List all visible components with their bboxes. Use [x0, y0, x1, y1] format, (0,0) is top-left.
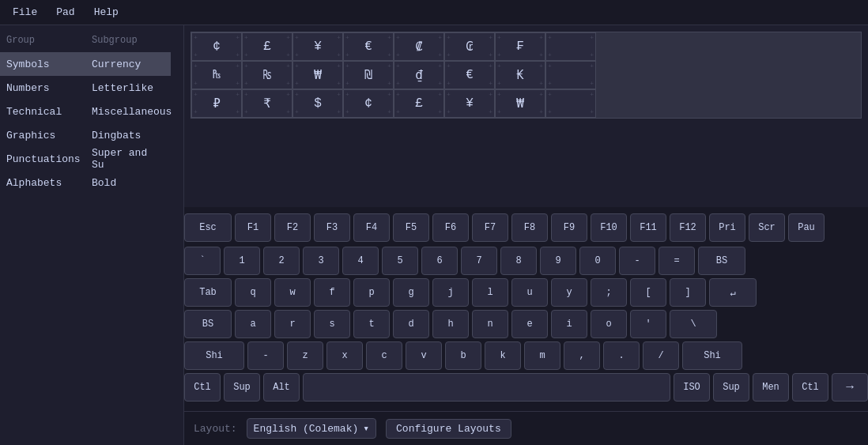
char-cell-0[interactable]: ++¢++ — [191, 32, 242, 61]
key-space[interactable] — [303, 373, 670, 402]
key-f8[interactable]: F8 — [511, 213, 548, 242]
sidebar-subitem-bold[interactable]: Bold — [85, 171, 171, 194]
key-x[interactable]: - — [247, 341, 284, 370]
key-t[interactable]: t — [353, 310, 390, 338]
sidebar-subitem-letterlike[interactable]: Letterlike — [85, 76, 171, 100]
key-8[interactable]: 8 — [500, 247, 537, 275]
key-x[interactable]: ; — [591, 278, 627, 307]
key-shi[interactable]: Shi — [682, 341, 742, 370]
key-l[interactable]: l — [472, 278, 508, 307]
key-1[interactable]: 1 — [224, 247, 260, 275]
key-p[interactable]: p — [353, 278, 390, 307]
right-arrow-key[interactable]: → — [832, 373, 868, 402]
key-9[interactable]: 9 — [540, 247, 576, 275]
char-cell-14[interactable]: ++₭++ — [495, 61, 545, 89]
key-m[interactable]: m — [524, 341, 560, 370]
key-z[interactable]: z — [287, 341, 323, 370]
key-x[interactable]: = — [659, 247, 695, 275]
key-ctl[interactable]: Ctl — [184, 373, 221, 402]
menu-help[interactable]: Help — [91, 5, 122, 20]
char-cell-3[interactable]: ++€++ — [343, 32, 394, 61]
key-x[interactable]: ↵ — [709, 278, 757, 307]
char-cell-5[interactable]: ++₢++ — [444, 32, 495, 61]
key-x[interactable]: \ — [670, 310, 717, 338]
key-7[interactable]: 7 — [461, 247, 497, 275]
key-x[interactable]: ` — [184, 247, 221, 275]
key-sup[interactable]: Sup — [713, 373, 749, 402]
sidebar-item-symbols[interactable]: Symbols — [0, 52, 85, 76]
sidebar-subitem-currency[interactable]: Currency — [85, 52, 171, 76]
char-cell-13[interactable]: ++€++ — [444, 61, 495, 89]
key-u[interactable]: u — [511, 278, 548, 307]
key-bs[interactable]: BS — [184, 310, 232, 338]
key-men[interactable]: Men — [753, 373, 789, 402]
char-cell-2[interactable]: ++¥++ — [292, 32, 343, 61]
key-c[interactable]: c — [366, 341, 402, 370]
char-cell-11[interactable]: ++₪++ — [343, 61, 394, 89]
char-cell-7[interactable]: ++++ — [545, 32, 596, 61]
key-alt[interactable]: Alt — [263, 373, 300, 402]
sidebar-item-punctuations[interactable]: Punctuations — [0, 147, 85, 171]
key-n[interactable]: n — [472, 310, 508, 338]
key-x[interactable]: ] — [670, 278, 706, 307]
key-j[interactable]: j — [432, 278, 469, 307]
key-scr[interactable]: Scr — [749, 213, 785, 242]
key-0[interactable]: 0 — [579, 247, 616, 275]
key-f5[interactable]: F5 — [393, 213, 429, 242]
key-5[interactable]: 5 — [382, 247, 418, 275]
key-g[interactable]: g — [393, 278, 429, 307]
sidebar-item-alphabets[interactable]: Alphabets — [0, 171, 85, 194]
char-cell-4[interactable]: ++₡++ — [394, 32, 444, 61]
sidebar-item-technical[interactable]: Technical — [0, 100, 85, 123]
key-sup[interactable]: Sup — [224, 373, 260, 402]
sidebar-subitem-dingbats[interactable]: Dingbats — [85, 123, 171, 147]
sidebar-item-graphics[interactable]: Graphics — [0, 123, 85, 147]
sidebar-subitem-misc[interactable]: Miscellaneous — [85, 100, 171, 123]
key-s[interactable]: s — [314, 310, 350, 338]
char-cell-17[interactable]: ++₹++ — [242, 89, 292, 118]
char-cell-10[interactable]: ++₩++ — [292, 61, 343, 89]
key-shi[interactable]: Shi — [184, 341, 244, 370]
key-pau[interactable]: Pau — [788, 213, 825, 242]
key-f[interactable]: f — [314, 278, 350, 307]
char-cell-9[interactable]: ++₨++ — [242, 61, 292, 89]
key-f4[interactable]: F4 — [353, 213, 390, 242]
key-4[interactable]: 4 — [342, 247, 379, 275]
key-f1[interactable]: F1 — [235, 213, 271, 242]
menu-pad[interactable]: Pad — [53, 5, 77, 20]
layout-select[interactable]: English (Colemak) ▾ — [247, 418, 376, 439]
key-x[interactable]: . — [603, 341, 640, 370]
char-cell-16[interactable]: ++₽++ — [191, 89, 242, 118]
char-cell-21[interactable]: ++¥++ — [444, 89, 495, 118]
key-x[interactable]: x — [326, 341, 363, 370]
key-x[interactable]: , — [564, 341, 600, 370]
key-esc[interactable]: Esc — [184, 213, 232, 242]
key-f6[interactable]: F6 — [432, 213, 469, 242]
sidebar-subitem-super[interactable]: Super and Su — [85, 147, 171, 171]
char-cell-1[interactable]: ++£++ — [242, 32, 292, 61]
key-pri[interactable]: Pri — [709, 213, 745, 242]
key-f11[interactable]: F11 — [630, 213, 666, 242]
key-h[interactable]: h — [432, 310, 469, 338]
key-f12[interactable]: F12 — [670, 213, 706, 242]
key-r[interactable]: r — [274, 310, 311, 338]
key-x[interactable]: / — [643, 341, 679, 370]
char-cell-23[interactable]: ++++ — [545, 89, 596, 118]
key-o[interactable]: o — [591, 310, 627, 338]
char-cell-15[interactable]: ++++ — [545, 61, 596, 89]
char-cell-22[interactable]: ++₩++ — [495, 89, 545, 118]
configure-layouts-button[interactable]: Configure Layouts — [386, 419, 511, 439]
char-cell-19[interactable]: ++¢++ — [343, 89, 394, 118]
key-3[interactable]: 3 — [303, 247, 339, 275]
key-f9[interactable]: F9 — [551, 213, 587, 242]
char-cell-12[interactable]: ++₫++ — [394, 61, 444, 89]
key-d[interactable]: d — [393, 310, 429, 338]
key-iso[interactable]: ISO — [674, 373, 710, 402]
key-2[interactable]: 2 — [263, 247, 300, 275]
key-f7[interactable]: F7 — [472, 213, 508, 242]
char-cell-6[interactable]: ++₣++ — [495, 32, 545, 61]
sidebar-item-numbers[interactable]: Numbers — [0, 76, 85, 100]
key-e[interactable]: e — [511, 310, 548, 338]
key-k[interactable]: k — [485, 341, 521, 370]
key-ctl[interactable]: Ctl — [792, 373, 828, 402]
